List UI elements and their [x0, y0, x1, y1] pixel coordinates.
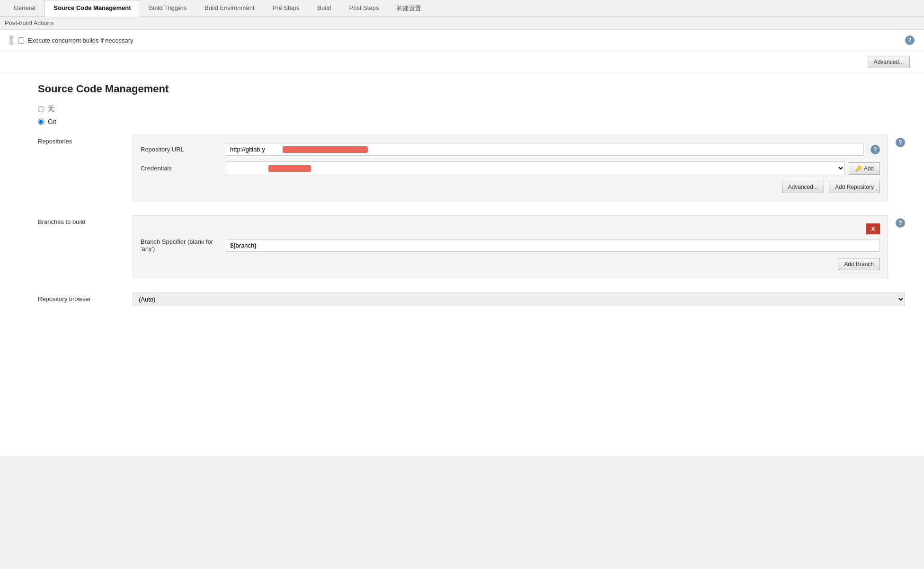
key-icon: 🔑 — [855, 165, 862, 172]
sub-tab-post-build-actions[interactable]: Post-build Actions — [5, 19, 53, 27]
credentials-row: Credentials 🔑 Add — [141, 161, 880, 175]
concurrent-builds-label: Execute concurrent builds if necessary — [28, 37, 133, 44]
tab-pre-steps[interactable]: Pre Steps — [264, 0, 309, 17]
branches-section: Branches to build X Branch Specifier (bl… — [9, 211, 915, 288]
branch-specifier-input-wrap — [226, 239, 880, 252]
left-bar-indicator — [9, 36, 13, 45]
advanced-button-row: Advanced... — [0, 51, 924, 73]
branch-panel-actions: Add Branch — [141, 258, 880, 270]
tab-source-code-management[interactable]: Source Code Management — [44, 0, 140, 17]
page-content: Execute concurrent builds if necessary ?… — [0, 30, 924, 456]
browser-select[interactable]: (Auto) — [133, 293, 905, 306]
browser-panel-wrap: (Auto) — [133, 293, 905, 306]
add-branch-button[interactable]: Add Branch — [838, 258, 880, 270]
repo-url-field-container — [226, 143, 864, 156]
tab-post-steps[interactable]: Post Steps — [340, 0, 388, 17]
section-title: Source Code Management — [9, 83, 915, 95]
credentials-add-button[interactable]: 🔑 Add — [849, 162, 880, 175]
tab-build-settings-cn[interactable]: 构建设置 — [388, 0, 430, 17]
tab-build-triggers[interactable]: Build Triggers — [140, 0, 195, 17]
repo-url-row: Repository URL ? — [141, 143, 880, 156]
sub-tab-bar: Post-build Actions — [0, 17, 924, 30]
repositories-section: Repositories Repository URL ? — [9, 130, 915, 211]
branches-label: Branches to build — [38, 215, 133, 225]
scm-option-none: 无 — [38, 105, 915, 113]
scm-option-git: Git — [38, 118, 915, 125]
scm-radio-git[interactable] — [38, 119, 44, 125]
scm-label-git: Git — [48, 118, 56, 125]
add-repository-button[interactable]: Add Repository — [829, 181, 880, 193]
repo-url-help-icon[interactable]: ? — [871, 145, 880, 154]
repo-panel-actions: Advanced... Add Repository — [141, 181, 880, 193]
branch-specifier-row: Branch Specifier (blank for 'any') — [141, 238, 880, 252]
branch-panel-wrap: X Branch Specifier (blank for 'any') Add… — [133, 215, 905, 278]
browser-label: Repository browser — [38, 293, 133, 302]
branches-content: X Branch Specifier (blank for 'any') Add… — [133, 215, 905, 278]
credentials-select[interactable] — [226, 161, 845, 175]
repo-advanced-button[interactable]: Advanced... — [782, 181, 824, 193]
repo-url-label: Repository URL — [141, 146, 226, 153]
branch-panel: X Branch Specifier (blank for 'any') Add… — [133, 215, 888, 278]
concurrent-builds-checkbox[interactable] — [18, 37, 24, 44]
concurrent-builds-row: Execute concurrent builds if necessary ? — [0, 30, 924, 51]
browser-section: Repository browser (Auto) — [9, 288, 915, 316]
delete-row: X — [141, 223, 880, 234]
branches-help-icon[interactable]: ? — [896, 218, 905, 228]
scm-options: 无 Git — [9, 105, 915, 125]
credentials-select-container — [226, 161, 845, 175]
credentials-redacted — [268, 165, 311, 172]
scm-label-none: 无 — [48, 105, 54, 113]
branch-specifier-label: Branch Specifier (blank for 'any') — [141, 238, 226, 252]
repo-panel-wrap: Repository URL ? Credentials — [133, 135, 905, 201]
tab-build[interactable]: Build — [309, 0, 340, 17]
tab-build-environment[interactable]: Build Environment — [195, 0, 264, 17]
advanced-button-top[interactable]: Advanced... — [868, 56, 910, 68]
repo-panel: Repository URL ? Credentials — [133, 135, 888, 201]
repo-url-redacted — [283, 146, 368, 153]
credentials-label: Credentials — [141, 165, 226, 172]
repositories-content: Repository URL ? Credentials — [133, 135, 905, 201]
repositories-label: Repositories — [38, 135, 133, 145]
credentials-add-label: Add — [864, 165, 874, 172]
browser-content: (Auto) — [133, 293, 905, 306]
tab-bar: General Source Code Management Build Tri… — [0, 0, 924, 17]
delete-branch-button[interactable]: X — [866, 223, 880, 234]
branch-specifier-input[interactable] — [226, 239, 880, 252]
scm-radio-none[interactable] — [38, 106, 44, 112]
repositories-help-icon[interactable]: ? — [896, 138, 905, 147]
tab-general[interactable]: General — [5, 0, 44, 17]
repo-url-input-wrap: ? — [226, 143, 880, 156]
scm-section: Source Code Management 无 Git Repositorie… — [0, 73, 924, 316]
concurrent-builds-help-icon[interactable]: ? — [905, 36, 915, 45]
credentials-input-wrap: 🔑 Add — [226, 161, 880, 175]
